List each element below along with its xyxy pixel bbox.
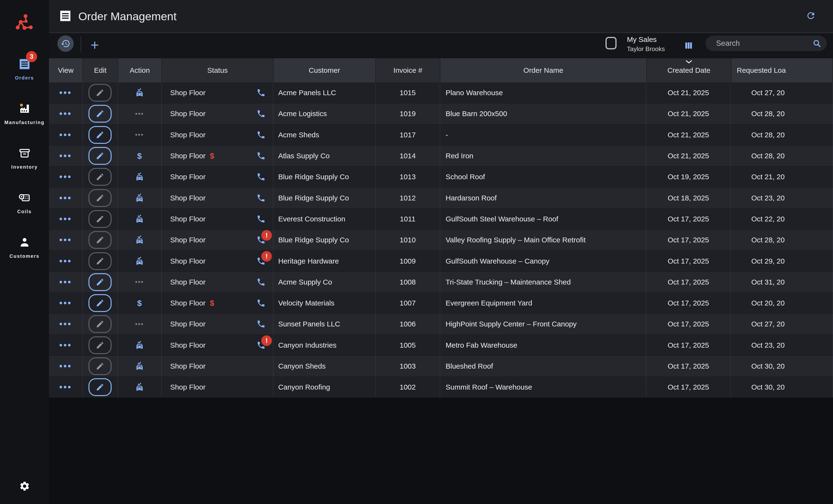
vehicle-check-icon[interactable] [135,193,145,203]
column-header-invoice[interactable]: Invoice # [376,58,440,82]
column-settings-icon[interactable] [684,41,693,50]
view-menu-icon[interactable]: ••• [59,151,72,161]
action-ellipsis-icon[interactable]: ••• [135,321,144,328]
sidebar-item-coils[interactable]: Coils [0,191,49,215]
edit-cell [83,356,118,377]
action-cell [118,251,162,271]
column-header-status[interactable]: Status [162,58,273,82]
table-row[interactable]: ••••••Shop FloorAcme Sheds1017-Oct 21, 2… [49,125,833,146]
edit-button[interactable] [89,294,112,312]
table-row[interactable]: •••Shop Floor!Blue Ridge Supply Co1010Va… [49,230,833,251]
edit-button[interactable] [89,336,112,354]
edit-button[interactable] [89,147,112,165]
table-row[interactable]: •••Shop Floor!Canyon Industries1005Metro… [49,335,833,356]
add-order-button[interactable]: + [87,33,102,58]
table-row[interactable]: •••Shop FloorAcme Panels LLC1015Plano Wa… [49,82,833,103]
view-menu-icon[interactable]: ••• [59,130,72,140]
phone-icon[interactable] [257,194,266,203]
view-cell: ••• [49,82,83,103]
column-header-view[interactable]: View [49,58,83,82]
edit-button[interactable] [89,315,112,333]
view-menu-icon[interactable]: ••• [59,277,72,287]
phone-icon[interactable] [257,109,266,118]
phone-icon[interactable] [257,278,266,287]
column-header-order-name[interactable]: Order Name [441,58,647,82]
sidebar-item-manufacturing[interactable]: Manufacturing [0,102,49,125]
payment-action-icon[interactable]: $ [137,299,142,308]
view-cell: ••• [49,314,83,334]
search-icon[interactable] [812,39,822,48]
status-label: Shop Floor [170,131,206,139]
edit-button[interactable] [89,273,112,291]
view-menu-icon[interactable]: ••• [59,382,72,392]
payment-action-icon[interactable]: $ [137,151,142,161]
vehicle-check-icon[interactable] [135,235,145,245]
table-row[interactable]: •••Shop FloorBlue Ridge Supply Co1013Sch… [49,167,833,187]
view-cell: ••• [49,356,83,377]
view-menu-icon[interactable]: ••• [59,88,72,98]
phone-icon[interactable] [257,130,266,140]
sidebar-item-inventory[interactable]: Inventory [0,147,49,170]
sidebar-item-orders[interactable]: 3 Orders [0,57,49,81]
action-ellipsis-icon[interactable]: ••• [135,110,144,118]
action-ellipsis-icon[interactable]: ••• [135,278,144,286]
view-menu-icon[interactable]: ••• [59,361,72,371]
edit-button[interactable] [89,168,112,186]
vehicle-check-icon[interactable] [135,88,145,98]
edit-button[interactable] [89,252,112,270]
view-menu-icon[interactable]: ••• [59,298,72,308]
phone-icon[interactable] [257,151,266,160]
phone-icon[interactable] [257,88,266,97]
edit-button[interactable] [89,210,112,228]
my-sales-checkbox[interactable] [605,37,617,49]
view-menu-icon[interactable]: ••• [59,340,72,350]
view-menu-icon[interactable]: ••• [59,256,72,266]
vehicle-check-icon[interactable] [135,340,145,350]
edit-button[interactable] [89,357,112,375]
edit-button[interactable] [89,231,112,249]
phone-icon[interactable] [257,299,266,308]
table-row[interactable]: ••••••Shop FloorAcme Logistics1019Blue B… [49,103,833,124]
edit-button[interactable] [89,126,112,144]
vehicle-check-icon[interactable] [135,172,145,182]
vehicle-check-icon[interactable] [135,256,145,266]
table-row[interactable]: ••••••Shop FloorSunset Panels LLC1006Hig… [49,314,833,335]
view-menu-icon[interactable]: ••• [59,214,72,224]
vehicle-check-icon[interactable] [135,361,145,371]
view-menu-icon[interactable]: ••• [59,193,72,203]
history-button[interactable] [57,35,74,52]
table-row[interactable]: •••Shop FloorCanyon Roofing1002Summit Ro… [49,377,833,398]
phone-icon[interactable] [257,215,266,224]
table-row[interactable]: •••Shop FloorBlue Ridge Supply Co1012Har… [49,187,833,208]
search-input[interactable] [716,36,808,51]
edit-button[interactable] [89,189,112,207]
app-logo[interactable] [13,12,36,35]
table-row[interactable]: •••Shop Floor!Heritage Hardware1009GulfS… [49,251,833,272]
refresh-icon[interactable] [806,10,816,21]
edit-button[interactable] [89,105,112,123]
view-menu-icon[interactable]: ••• [59,319,72,329]
column-header-requested-loa[interactable]: Requested Loa [732,58,833,82]
column-header-customer[interactable]: Customer [273,58,376,82]
table-row[interactable]: •••$Shop Floor$Atlas Supply Co1014Red Ir… [49,146,833,167]
column-header-edit[interactable]: Edit [83,58,118,82]
column-header-action[interactable]: Action [118,58,162,82]
table-row[interactable]: •••Shop FloorCanyon Sheds1003Blueshed Ro… [49,356,833,377]
vehicle-check-icon[interactable] [135,382,145,392]
edit-button[interactable] [89,378,112,396]
view-menu-icon[interactable]: ••• [59,172,72,182]
edit-button[interactable] [89,84,112,102]
table-row[interactable]: ••••••Shop FloorAcme Supply Co1008Tri-St… [49,272,833,293]
view-menu-icon[interactable]: ••• [59,109,72,119]
view-menu-icon[interactable]: ••• [59,235,72,245]
column-header-created-date[interactable]: Created Date [647,58,731,82]
phone-icon[interactable] [257,172,266,181]
action-ellipsis-icon[interactable]: ••• [135,131,144,138]
table-row[interactable]: •••Shop FloorEverest Construction1011Gul… [49,209,833,230]
customer-cell: Canyon Sheds [273,356,376,377]
gear-icon[interactable] [19,481,30,492]
vehicle-check-icon[interactable] [135,214,145,224]
table-row[interactable]: •••$Shop Floor$Velocity Materials1007Eve… [49,293,833,314]
phone-icon[interactable] [257,320,266,329]
sidebar-item-customers[interactable]: Customers [0,236,49,259]
